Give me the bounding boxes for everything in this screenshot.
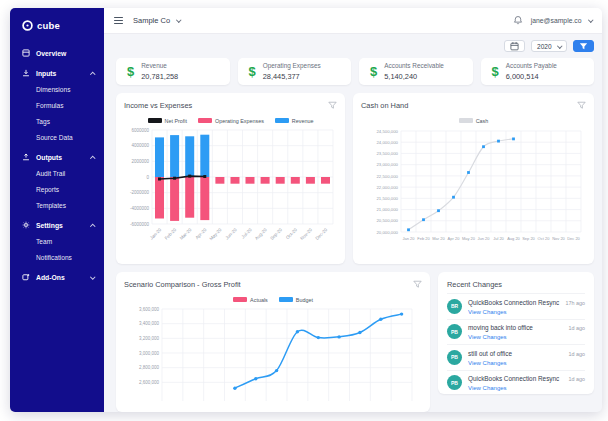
svg-text:Jun 20: Jun 20 <box>477 236 490 241</box>
recent-change-item: PB moving back into office View Changes … <box>447 319 585 345</box>
logo[interactable]: cube <box>10 16 104 41</box>
change-timestamp: 1d ago <box>569 324 586 331</box>
svg-text:Oct-20: Oct-20 <box>285 227 298 240</box>
charts-row: Income vs Expenses Net Profit Operating … <box>116 93 594 264</box>
cash-on-hand-card: Cash on Hand Cash 24,500,00024,000,00023… <box>353 93 594 264</box>
bottom-row: Scenario Comparison - Gross Profit Actua… <box>116 272 594 412</box>
sidebar-item-reports[interactable]: Reports <box>10 181 104 197</box>
svg-text:Sep 20: Sep 20 <box>522 236 535 241</box>
company-switcher[interactable]: Sample Co <box>133 16 181 25</box>
dollar-icon: $ <box>370 64 377 79</box>
chevron-down-icon <box>90 275 95 280</box>
svg-text:2,800,000: 2,800,000 <box>139 365 160 370</box>
avatar: PB <box>447 324 462 339</box>
sidebar-item-overview[interactable]: Overview <box>10 45 104 61</box>
svg-text:2000000: 2000000 <box>131 159 149 164</box>
view-changes-link[interactable]: View Changes <box>468 385 563 391</box>
sidebar-item-source-data[interactable]: Source Data <box>10 129 104 145</box>
svg-text:3,600,000: 3,600,000 <box>139 307 160 312</box>
kpi-value: 5,140,240 <box>384 72 444 81</box>
svg-text:Feb-20: Feb-20 <box>164 227 178 241</box>
filter-button[interactable] <box>573 40 594 52</box>
svg-text:22,000,000: 22,000,000 <box>376 185 398 190</box>
filter-funnel-icon[interactable] <box>577 101 586 110</box>
svg-text:Jul-20: Jul-20 <box>241 227 254 240</box>
sidebar-item-add-ons[interactable]: Add-Ons <box>10 269 104 285</box>
svg-text:6000000: 6000000 <box>131 128 149 133</box>
recent-change-item: BR QuickBooks Connection Resync View Cha… <box>447 293 585 319</box>
change-timestamp: 1d ago <box>569 375 586 382</box>
cash-on-hand-chart: 24,500,00024,000,00023,500,00023,000,000… <box>361 126 586 252</box>
svg-text:3,200,000: 3,200,000 <box>139 336 160 341</box>
sidebar-item-templates[interactable]: Templates <box>10 197 104 213</box>
topbar: Sample Co jane@sample.co <box>104 8 602 34</box>
outputs-icon <box>22 153 31 161</box>
kpi-card-accounts-payable[interactable]: $ Accounts Payable 6,000,514 <box>481 58 595 85</box>
scenario-comparison-card: Scenario Comparison - Gross Profit Actua… <box>116 272 430 412</box>
calendar-icon <box>510 41 519 51</box>
user-menu[interactable]: jane@sample.co <box>531 17 592 24</box>
sidebar-item-inputs[interactable]: Inputs <box>10 65 104 81</box>
svg-text:Mar 20: Mar 20 <box>432 236 445 241</box>
svg-text:-6000000: -6000000 <box>130 222 150 227</box>
kpi-card-revenue[interactable]: $ Revenue 20,781,258 <box>116 58 230 85</box>
svg-text:Nov 20: Nov 20 <box>552 236 565 241</box>
sidebar: cube Overview Inputs Dimensions Formulas… <box>10 8 104 412</box>
svg-text:2,600,000: 2,600,000 <box>139 380 160 385</box>
sidebar-item-tags[interactable]: Tags <box>10 113 104 129</box>
filter-funnel-icon[interactable] <box>328 101 337 110</box>
sidebar-item-audit-trail[interactable]: Audit Trail <box>10 165 104 181</box>
recent-change-item: PB still out of office View Changes 1d a… <box>447 344 585 370</box>
kpi-row: $ Revenue 20,781,258 $ Operating Expense… <box>116 58 594 85</box>
svg-text:21,000,000: 21,000,000 <box>376 207 398 212</box>
dollar-icon: $ <box>249 64 256 79</box>
view-changes-link[interactable]: View Changes <box>468 334 563 340</box>
svg-text:23,000,000: 23,000,000 <box>376 162 398 167</box>
content: 2020 $ Revenue 20,781,258 $ <box>104 34 602 412</box>
kpi-label: Operating Expenses <box>263 62 321 69</box>
chart-title: Income vs Expenses <box>124 101 192 110</box>
sidebar-item-settings[interactable]: Settings <box>10 217 104 233</box>
svg-text:3,000,000: 3,000,000 <box>139 351 160 356</box>
kpi-card-accounts-receivable[interactable]: $ Accounts Receivable 5,140,240 <box>359 58 473 85</box>
view-changes-link[interactable]: View Changes <box>468 360 563 366</box>
sidebar-item-dimensions[interactable]: Dimensions <box>10 81 104 97</box>
chevron-down-icon <box>588 18 593 23</box>
sidebar-item-notifications[interactable]: Notifications <box>10 249 104 265</box>
kpi-card-operating-expenses[interactable]: $ Operating Expenses 28,445,377 <box>238 58 352 85</box>
cube-logo-icon <box>22 20 33 31</box>
chart-legend: Cash <box>361 115 586 126</box>
sidebar-item-formulas[interactable]: Formulas <box>10 97 104 113</box>
kpi-value: 6,000,514 <box>506 72 557 81</box>
kpi-value: 28,445,377 <box>263 72 321 81</box>
hamburger-menu-icon[interactable] <box>114 17 123 24</box>
calendar-button[interactable] <box>504 40 525 52</box>
svg-text:Jun-20: Jun-20 <box>224 227 238 241</box>
settings-gear-icon <box>22 221 31 229</box>
chart-legend: Actuals Budget <box>124 294 422 305</box>
filter-funnel-icon[interactable] <box>413 280 422 289</box>
app-window: cube Overview Inputs Dimensions Formulas… <box>10 8 602 412</box>
avatar: BR <box>447 299 462 314</box>
income-vs-expenses-chart: 6000000400000020000000-2000000-4000000-6… <box>124 126 337 256</box>
dollar-icon: $ <box>492 64 499 79</box>
svg-text:0: 0 <box>146 175 149 180</box>
inputs-icon <box>22 69 31 77</box>
view-changes-link[interactable]: View Changes <box>468 309 560 315</box>
income-vs-expenses-card: Income vs Expenses Net Profit Operating … <box>116 93 345 264</box>
bell-icon[interactable] <box>513 15 523 26</box>
avatar: PB <box>447 375 462 390</box>
svg-text:Jan 20: Jan 20 <box>402 236 415 241</box>
sidebar-item-outputs[interactable]: Outputs <box>10 149 104 165</box>
svg-text:Nov-20: Nov-20 <box>299 227 313 241</box>
svg-text:21,500,000: 21,500,000 <box>376 196 398 201</box>
svg-text:24,500,000: 24,500,000 <box>376 129 398 134</box>
year-select[interactable]: 2020 <box>531 40 567 52</box>
kpi-label: Accounts Payable <box>506 62 557 69</box>
change-timestamp: 17h ago <box>566 299 586 306</box>
svg-text:May 20: May 20 <box>462 236 476 241</box>
change-title: QuickBooks Connection Resync <box>468 299 560 307</box>
sidebar-item-team[interactable]: Team <box>10 233 104 249</box>
svg-text:Feb 20: Feb 20 <box>417 236 430 241</box>
svg-text:Sep-20: Sep-20 <box>269 227 283 241</box>
